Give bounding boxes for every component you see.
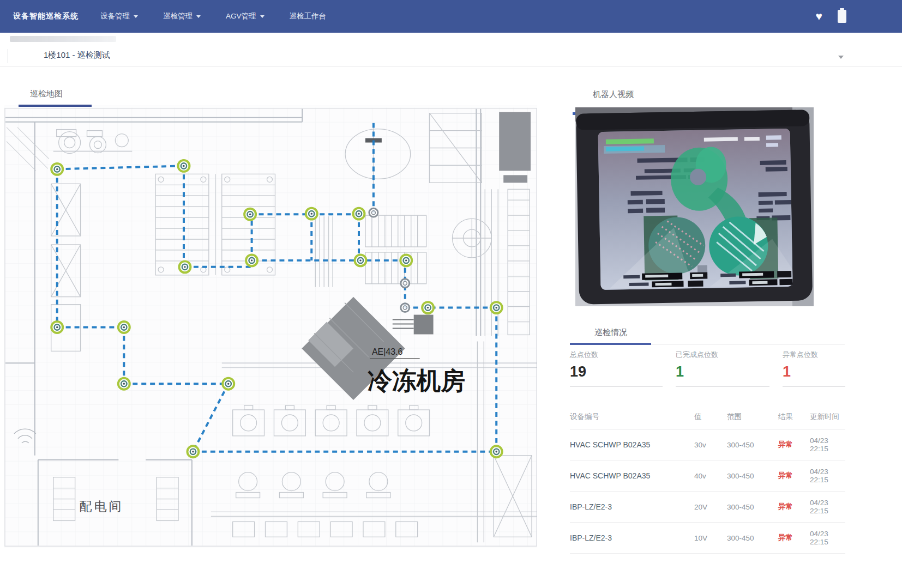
stat-underline [570, 386, 663, 387]
col-header-time: 更新时间 [810, 412, 845, 422]
status-tab-active-underline [570, 343, 651, 345]
selector-divider [8, 49, 8, 63]
stat-total-points: 总点位数 19 [570, 350, 663, 387]
navbar-icons: ♥ [816, 0, 846, 33]
tab-inspection-map[interactable]: 巡检地图 [30, 89, 63, 99]
checkpoint-marker[interactable] [490, 301, 503, 314]
battery-icon[interactable] [838, 10, 846, 23]
floorplan-map[interactable]: AE|43.6 冷冻机房 配电间 [4, 107, 537, 548]
stat-label: 异常点位数 [783, 350, 845, 360]
chiller-room-label: 冷冻机房 [368, 366, 465, 395]
inspection-stats: 总点位数 19 已完成点位数 1 异常点位数 1 [570, 350, 845, 387]
cell-device: HVAC SCHWP B02A35 [570, 471, 694, 480]
table-row[interactable]: IBP-LZ/E2-3 10V 300-450 异常 04/23 22:15 [570, 523, 845, 554]
cell-range: 300-450 [727, 441, 778, 449]
waypoint-marker[interactable] [400, 278, 410, 288]
tab-inspection-status[interactable]: 巡检情况 [594, 328, 627, 338]
checkpoint-marker[interactable] [51, 321, 63, 334]
table-header-row: 设备编号 值 范围 结果 更新时间 [570, 404, 845, 429]
cell-device: HVAC SCHWP B02A35 [570, 440, 694, 449]
map-annotation-label: AE|43.6 [372, 347, 403, 356]
col-header-range: 范围 [727, 412, 778, 422]
app-root: 设备智能巡检系统 设备管理 巡检管理 AGV管理 巡检工作台 ♥ 1楼101 -… [0, 0, 902, 588]
checkpoint-marker[interactable] [354, 254, 367, 266]
checkpoint-marker[interactable] [422, 301, 434, 314]
nav-item-label: 巡检管理 [163, 11, 193, 21]
stat-abnormal-points: 异常点位数 1 [783, 350, 845, 387]
stat-value: 1 [783, 365, 845, 379]
heart-icon[interactable]: ♥ [816, 10, 822, 23]
nav-item-label: AGV管理 [226, 11, 256, 21]
cell-value: 20V [694, 503, 727, 511]
checkpoint-marker[interactable] [400, 254, 412, 266]
table-row[interactable]: HVAC SCHWP B02A35 30v 300-450 异常 04/23 2… [570, 429, 845, 460]
nav-item-device-mgmt[interactable]: 设备管理 [100, 11, 138, 21]
power-room-label: 配电间 [80, 499, 124, 513]
cell-result: 异常 [778, 440, 810, 450]
checkpoint-marker[interactable] [51, 163, 63, 175]
col-header-value: 值 [694, 412, 727, 422]
stat-label: 总点位数 [570, 350, 663, 360]
floor-task-selector[interactable]: 1楼101 - 巡检测试 [44, 50, 110, 60]
checkpoint-marker[interactable] [245, 254, 258, 266]
chevron-down-icon [196, 15, 201, 18]
waypoint-marker[interactable] [369, 208, 378, 217]
stat-value: 19 [570, 365, 663, 379]
nav-item-workbench[interactable]: 巡检工作台 [290, 11, 327, 21]
robot-camera-photo [575, 107, 814, 306]
checkpoint-marker[interactable] [244, 208, 256, 221]
checkpoint-marker[interactable] [353, 208, 365, 220]
cell-result: 异常 [778, 533, 810, 543]
cell-value: 30v [694, 441, 727, 449]
cell-device: IBP-LZ/E2-3 [570, 534, 694, 542]
col-header-device: 设备编号 [570, 412, 694, 422]
stat-underline [676, 386, 769, 387]
cell-result: 异常 [778, 502, 810, 512]
cell-value: 40v [694, 472, 727, 480]
brand-title[interactable]: 设备智能巡检系统 [13, 11, 79, 21]
nav-item-inspection-mgmt[interactable]: 巡检管理 [163, 11, 201, 21]
waypoint-marker[interactable] [400, 303, 410, 312]
chevron-down-icon [134, 15, 138, 18]
cell-time: 04/23 22:15 [810, 499, 845, 515]
cell-result: 异常 [778, 471, 810, 481]
col-header-result: 结果 [778, 412, 810, 422]
top-navbar: 设备智能巡检系统 设备管理 巡检管理 AGV管理 巡检工作台 ♥ [0, 0, 902, 33]
chevron-down-icon[interactable] [838, 56, 844, 59]
checkpoint-marker[interactable] [118, 321, 130, 334]
nav-item-agv-mgmt[interactable]: AGV管理 [226, 11, 264, 21]
floorplan-svg: AE|43.6 冷冻机房 配电间 [4, 107, 537, 548]
cell-time: 04/23 22:15 [810, 468, 845, 484]
chevron-down-icon [260, 15, 264, 18]
cell-time: 04/23 22:15 [810, 437, 845, 453]
nav-item-label: 设备管理 [100, 11, 130, 21]
device-readings-table: 设备编号 值 范围 结果 更新时间 HVAC SCHWP B02A35 30v … [570, 404, 845, 554]
cell-range: 300-450 [727, 472, 778, 480]
checkpoint-marker[interactable] [187, 445, 199, 458]
checkpoint-marker[interactable] [305, 208, 318, 220]
stat-completed-points: 已完成点位数 1 [676, 350, 769, 387]
cell-range: 300-450 [727, 534, 778, 542]
cell-value: 10V [694, 534, 727, 542]
checkpoint-marker[interactable] [222, 378, 234, 390]
table-row[interactable]: IBP-LZ/E2-3 20V 300-450 异常 04/23 22:15 [570, 492, 845, 523]
stat-underline [783, 386, 845, 387]
checkpoint-marker[interactable] [179, 260, 191, 273]
blurred-text-artifact [10, 36, 116, 42]
nav-item-label: 巡检工作台 [290, 11, 327, 21]
cell-device: IBP-LZ/E2-3 [570, 502, 694, 511]
checkpoint-marker[interactable] [118, 378, 130, 390]
robot-video-title: 机器人视频 [593, 89, 634, 100]
cell-range: 300-450 [727, 503, 778, 511]
stat-label: 已完成点位数 [676, 350, 769, 360]
checkpoint-marker[interactable] [178, 160, 190, 172]
robot-camera-frame[interactable] [575, 107, 814, 306]
stat-value: 1 [676, 365, 769, 379]
checkpoint-marker[interactable] [490, 445, 503, 458]
table-row[interactable]: HVAC SCHWP B02A35 40v 300-450 异常 04/23 2… [570, 460, 845, 492]
sub-header: 1楼101 - 巡检测试 [0, 33, 902, 66]
cell-time: 04/23 22:15 [810, 530, 845, 546]
